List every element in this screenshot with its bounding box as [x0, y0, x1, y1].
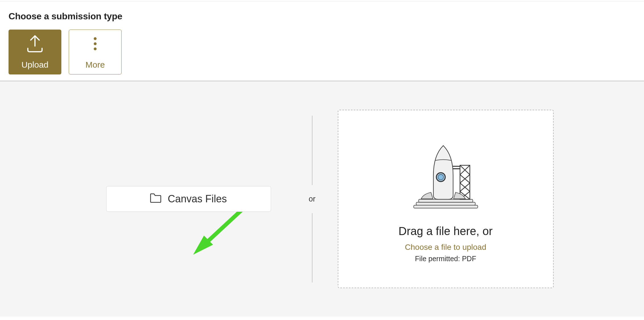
svg-point-0 [94, 37, 97, 40]
upload-icon [25, 35, 45, 55]
tab-more[interactable]: More [69, 30, 122, 74]
svg-point-2 [94, 47, 97, 50]
section-title: Choose a submission type [9, 11, 635, 22]
submission-type-tabs: Upload More [9, 30, 635, 74]
drop-zone-title: Drag a file here, or [399, 225, 493, 238]
tab-more-label: More [86, 60, 105, 70]
more-vertical-icon [94, 35, 97, 55]
svg-point-1 [94, 42, 97, 45]
upload-panel: Canvas Files or [0, 81, 644, 317]
or-label: or [309, 195, 315, 203]
file-permitted-text: File permitted: PDF [415, 255, 476, 263]
file-drop-zone[interactable]: Drag a file here, or Choose a file to up… [338, 110, 554, 288]
or-separator: or [287, 116, 338, 282]
folder-icon [150, 193, 161, 205]
separator-line-bottom [312, 213, 312, 282]
canvas-files-button[interactable]: Canvas Files [106, 186, 271, 212]
canvas-files-label: Canvas Files [168, 193, 227, 205]
svg-rect-7 [418, 199, 473, 202]
svg-rect-5 [414, 205, 478, 208]
svg-rect-6 [416, 202, 475, 205]
separator-line-top [312, 116, 312, 185]
tab-upload[interactable]: Upload [9, 30, 61, 74]
choose-file-link[interactable]: Choose a file to upload [405, 243, 486, 252]
tab-upload-label: Upload [21, 60, 48, 70]
svg-point-20 [438, 174, 443, 180]
rocket-icon [406, 135, 485, 215]
